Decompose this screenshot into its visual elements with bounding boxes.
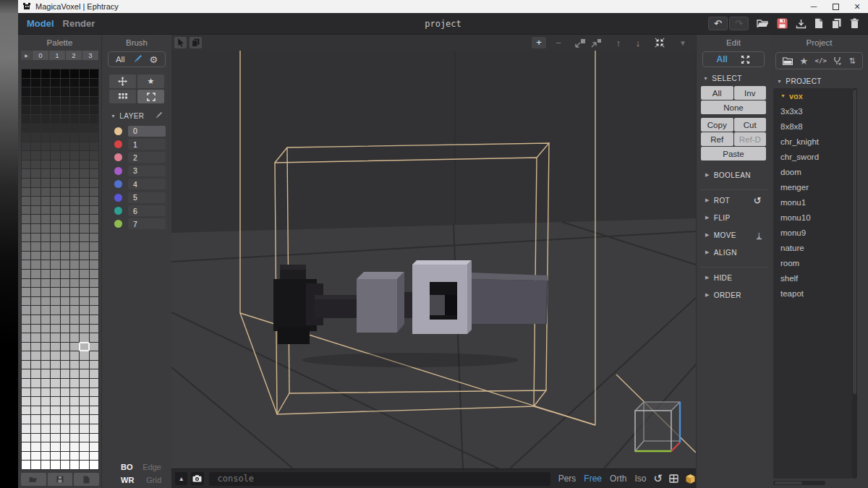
palette-swatch[interactable] [61, 325, 69, 333]
palette-swatch[interactable] [31, 133, 40, 142]
export-button[interactable] [796, 19, 807, 29]
palette-swatch[interactable] [80, 379, 88, 388]
palette-swatch[interactable] [31, 215, 40, 223]
palette-swatch[interactable] [51, 315, 59, 324]
palette-swatch[interactable] [80, 69, 88, 78]
palette-swatch[interactable] [90, 415, 98, 424]
palette-swatch[interactable] [41, 415, 50, 424]
palette-swatch[interactable] [51, 242, 59, 251]
palette-swatch[interactable] [41, 260, 50, 269]
palette-swatch[interactable] [22, 406, 30, 415]
palette-swatch[interactable] [80, 461, 88, 469]
palette-swatch[interactable] [22, 106, 30, 114]
palette-swatch[interactable] [31, 69, 40, 78]
palette-swatch[interactable] [41, 279, 50, 288]
duplicate-button[interactable] [831, 18, 842, 29]
palette-swatch[interactable] [61, 224, 69, 233]
palette-swatch[interactable] [70, 343, 79, 351]
palette-swatch[interactable] [90, 315, 98, 324]
edit-all-button[interactable]: All [701, 86, 733, 100]
palette-swatch[interactable] [70, 215, 79, 223]
palette-swatch[interactable] [51, 179, 59, 187]
palette-swatch[interactable] [31, 124, 40, 133]
palette-swatch[interactable] [61, 188, 69, 197]
palette-swatch[interactable] [90, 369, 98, 378]
palette-swatch[interactable] [90, 434, 98, 442]
palette-swatch[interactable] [61, 306, 69, 314]
palette-swatch[interactable] [80, 415, 88, 424]
palette-swatch[interactable] [51, 388, 59, 397]
palette-swatch[interactable] [90, 106, 98, 114]
palette-swatch[interactable] [22, 434, 30, 442]
palette-swatch[interactable] [61, 169, 69, 178]
palette-swatch[interactable] [22, 297, 30, 306]
voxel-mode-button[interactable] [685, 474, 696, 484]
palette-swatch[interactable] [31, 361, 40, 369]
edit-copy-button[interactable]: Copy [701, 118, 733, 132]
viewport-dropdown[interactable]: ▼ [676, 39, 690, 47]
palette-swatch[interactable] [22, 343, 30, 351]
palette-swatch[interactable] [51, 270, 59, 278]
save-button[interactable] [777, 18, 788, 29]
palette-swatch[interactable] [22, 388, 30, 397]
palette-swatch[interactable] [22, 215, 30, 223]
project-vertical-scrollbar[interactable] [852, 88, 857, 479]
palette-swatch[interactable] [22, 306, 30, 314]
palette-swatch[interactable] [80, 424, 88, 433]
project-item-doom[interactable]: doom [773, 164, 852, 179]
palette-swatch[interactable] [61, 97, 69, 106]
palette-swatch[interactable] [90, 206, 98, 215]
palette-swatch[interactable] [22, 379, 30, 388]
palette-swatch[interactable] [31, 188, 40, 197]
palette-swatch[interactable] [22, 188, 30, 197]
palette-swatch[interactable] [61, 461, 69, 469]
palette-swatch[interactable] [31, 415, 40, 424]
rotate-ccw-icon[interactable]: ↺ [754, 195, 762, 206]
palette-swatch[interactable] [51, 288, 59, 296]
palette-swatch[interactable] [41, 188, 50, 197]
palette-swatch[interactable] [61, 379, 69, 388]
screenshot-button[interactable] [191, 472, 203, 485]
palette-swatch[interactable] [22, 142, 30, 151]
palette-swatch[interactable] [31, 234, 40, 242]
palette-swatch[interactable] [41, 333, 50, 342]
project-item-menger[interactable]: menger [773, 179, 852, 194]
palette-swatch[interactable] [90, 169, 98, 178]
palette-swatch[interactable] [31, 106, 40, 114]
palette-swatch[interactable] [80, 452, 88, 461]
palette-swatch[interactable] [70, 397, 79, 406]
layer-color-dot[interactable] [114, 220, 122, 228]
palette-swatch[interactable] [61, 215, 69, 223]
palette-swatch[interactable] [90, 452, 98, 461]
console-expand-button[interactable]: ▲ [175, 472, 187, 485]
palette-swatch[interactable] [90, 133, 98, 142]
layer-row-0[interactable]: 0 [108, 124, 166, 137]
palette-swatch[interactable] [22, 224, 30, 233]
layer-row-6[interactable]: 6 [108, 204, 166, 217]
palette-swatch[interactable] [70, 242, 79, 251]
palette-swatch[interactable] [90, 142, 98, 151]
palette-swatch[interactable] [31, 388, 40, 397]
edit-paste-button[interactable]: Paste [701, 147, 766, 160]
maximize-button[interactable] [825, 0, 846, 13]
palette-swatch[interactable] [61, 397, 69, 406]
palette-swatch[interactable] [80, 351, 88, 360]
palette-swatch[interactable] [61, 151, 69, 160]
palette-tab-0[interactable]: 0 [33, 51, 48, 60]
project-item-teapot[interactable]: teapot [773, 286, 852, 301]
undo-button[interactable]: ↶ [708, 17, 728, 30]
palette-swatch[interactable] [80, 133, 88, 142]
select-section-header[interactable]: ▼ SELECT [697, 68, 770, 86]
palette-swatch[interactable] [41, 142, 50, 151]
palette-swatch[interactable] [80, 97, 88, 106]
palette-swatch[interactable] [80, 188, 88, 197]
palette-swatch[interactable] [80, 242, 88, 251]
toggle-grid[interactable]: Grid [146, 476, 161, 484]
palette-swatch[interactable] [80, 206, 88, 215]
palette-swatch[interactable] [51, 333, 59, 342]
layer-down-button[interactable]: ↓ [631, 38, 645, 48]
project-item-chr_sword[interactable]: chr_sword [773, 149, 852, 164]
palette-swatch[interactable] [51, 424, 59, 433]
palette-swatch[interactable] [41, 388, 50, 397]
palette-swatch[interactable] [70, 188, 79, 197]
